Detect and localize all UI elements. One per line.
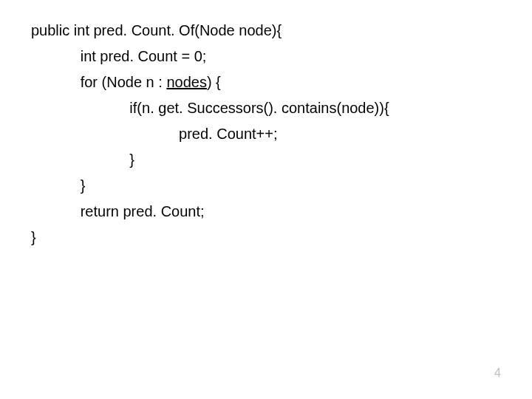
code-line-6: } [31,147,532,173]
indent [31,48,81,64]
code-text: if(n. get. Successors(). contains(node))… [129,100,389,116]
page-number: 4 [494,366,501,380]
code-text: pred. Count++; [179,126,277,142]
code-text: for (Node n : [81,74,167,90]
code-text: int pred. Count = 0; [81,48,207,64]
code-line-1: public int pred. Count. Of(Node node){ [31,18,532,44]
indent [31,203,81,219]
code-text: public int pred. Count. Of(Node node){ [31,22,282,38]
code-text: } [129,151,134,168]
code-line-7: } [31,173,532,199]
indent [31,100,129,116]
indent [31,126,179,142]
code-line-2: int pred. Count = 0; [31,44,532,69]
indent [31,74,81,90]
indent [31,177,81,194]
code-underline-nodes: nodes [166,74,207,90]
indent [31,151,129,168]
slide: public int pred. Count. Of(Node node){ i… [0,0,532,399]
code-text: } [81,177,86,194]
code-line-8: return pred. Count; [31,199,532,225]
code-text: return pred. Count; [81,203,205,219]
code-line-4: if(n. get. Successors(). contains(node))… [31,95,532,121]
code-line-5: pred. Count++; [31,121,532,147]
code-line-9: } [31,225,532,250]
code-text: ) { [207,74,221,90]
code-line-3: for (Node n : nodes) { [31,69,532,95]
code-text: } [31,229,36,245]
